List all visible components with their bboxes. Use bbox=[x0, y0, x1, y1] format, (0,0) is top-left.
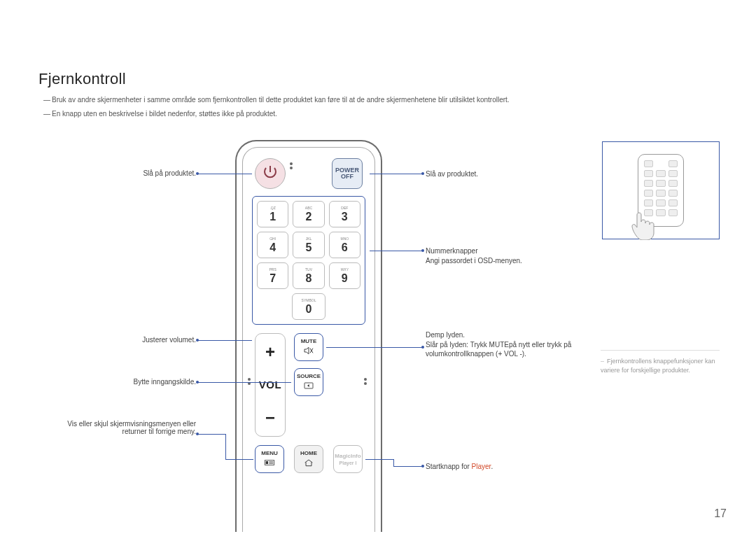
connector bbox=[370, 174, 423, 174]
connector-tick bbox=[421, 172, 424, 175]
power-on-button bbox=[255, 158, 286, 189]
volume-up-icon: + bbox=[265, 342, 275, 362]
svg-rect-2 bbox=[266, 461, 268, 464]
callout-source: Bytte inngangskilde. bbox=[70, 378, 196, 386]
callout-volume: Justerer volumet. bbox=[70, 336, 196, 344]
sidenote: –Fjernkontrollens knappefunksjoner kan v… bbox=[601, 357, 720, 374]
source-button: SOURCE bbox=[294, 368, 323, 396]
connector bbox=[393, 466, 423, 467]
key-9: WXY9 bbox=[329, 262, 360, 289]
callout-mute-2: Slår på lyden: Trykk MUTEpå nytt eller t… bbox=[426, 341, 571, 358]
page-number: 17 bbox=[714, 507, 727, 520]
mute-label: MUTE bbox=[301, 338, 317, 344]
home-button: HOME bbox=[294, 445, 323, 473]
dot-decoration bbox=[290, 161, 295, 172]
connector-tick bbox=[421, 346, 424, 349]
connector-tick bbox=[421, 249, 424, 252]
callout-power-on: Slå på produktet. bbox=[70, 169, 196, 177]
mute-icon bbox=[303, 346, 314, 357]
key-0: SYMBOL0 bbox=[292, 293, 326, 320]
callout-mute: Demp lyden. Slår på lyden: Trykk MUTEpå … bbox=[426, 330, 587, 359]
callout-player-red: Player bbox=[472, 463, 491, 470]
note-1: ―Bruk av andre skjermenheter i samme omr… bbox=[43, 95, 673, 104]
key-3: DEF3 bbox=[329, 201, 360, 227]
menu-button: MENU bbox=[255, 445, 284, 473]
connector-tick bbox=[196, 381, 199, 384]
remote-control-figure: POWER OFF .QZ1 ABC2 DEF3 GHI4 JKL5 MNO6 … bbox=[235, 140, 382, 532]
volume-label: VOL bbox=[259, 379, 281, 391]
sidenote-divider bbox=[601, 350, 720, 351]
connector bbox=[326, 347, 423, 348]
home-label: HOME bbox=[300, 450, 317, 456]
connector-tick bbox=[196, 172, 199, 175]
key-5: JKL5 bbox=[293, 232, 324, 258]
key-6: MNO6 bbox=[329, 232, 360, 258]
connector-tick bbox=[421, 465, 424, 468]
key-1: .QZ1 bbox=[257, 201, 288, 227]
callout-player: Startknapp for Player. bbox=[426, 462, 493, 472]
connector bbox=[197, 434, 225, 435]
magicinfo-label-2: Player I bbox=[340, 461, 357, 465]
connector bbox=[197, 340, 252, 341]
home-icon bbox=[303, 458, 314, 469]
note-2: ―En knapp uten en beskrivelse i bildet n… bbox=[43, 109, 673, 118]
sidenote-text: Fjernkontrollens knappefunksjoner kan va… bbox=[601, 358, 715, 374]
callout-numpad-1: Nummerknapper bbox=[426, 247, 477, 255]
callout-menu: Vis eller skjul skjermvisningsmenyen ell… bbox=[42, 420, 196, 435]
callout-player-pre: Startknapp for bbox=[426, 463, 472, 470]
note-2-text: En knapp uten en beskrivelse i bildet ne… bbox=[52, 110, 277, 118]
connector-tick bbox=[196, 339, 199, 342]
key-2: ABC2 bbox=[293, 201, 324, 227]
mute-button: MUTE bbox=[294, 333, 323, 361]
connector bbox=[365, 459, 393, 460]
source-icon bbox=[303, 381, 314, 392]
hand-icon bbox=[629, 208, 662, 240]
note-1-text: Bruk av andre skjermenheter i samme områ… bbox=[52, 96, 510, 104]
power-off-label-2: OFF bbox=[341, 174, 354, 180]
connector bbox=[225, 459, 253, 460]
connector bbox=[370, 251, 423, 251]
power-icon bbox=[262, 164, 279, 183]
callout-player-post: . bbox=[491, 463, 493, 470]
menu-icon bbox=[264, 458, 275, 469]
dot-decoration-right bbox=[364, 377, 370, 388]
connector bbox=[225, 434, 226, 459]
volume-down-icon: − bbox=[265, 408, 275, 428]
key-4: GHI4 bbox=[257, 232, 288, 258]
number-pad: .QZ1 ABC2 DEF3 GHI4 JKL5 MNO6 PRS7 TUV8 … bbox=[252, 196, 365, 325]
connector bbox=[393, 459, 394, 466]
connector bbox=[197, 174, 252, 174]
callout-power-off: Slå av produktet. bbox=[426, 169, 478, 179]
source-label: SOURCE bbox=[297, 373, 321, 379]
volume-rocker: + VOL − bbox=[255, 333, 286, 437]
callout-numpad-2: Angi passordet i OSD-menyen. bbox=[426, 257, 522, 265]
key-7: PRS7 bbox=[257, 262, 288, 289]
menu-label: MENU bbox=[261, 450, 278, 456]
connector-tick bbox=[196, 433, 199, 435]
key-8: TUV8 bbox=[293, 262, 324, 289]
magicinfo-button: MagicInfo Player I bbox=[333, 445, 363, 473]
page-title: Fjernkontroll bbox=[38, 70, 126, 88]
connector bbox=[197, 382, 291, 383]
remote-thumbnail bbox=[602, 141, 720, 239]
callout-mute-1: Demp lyden. bbox=[426, 331, 465, 339]
magicinfo-label-1: MagicInfo bbox=[335, 453, 360, 459]
callout-numpad: Nummerknapper Angi passordet i OSD-menye… bbox=[426, 246, 522, 265]
power-off-button: POWER OFF bbox=[332, 158, 363, 189]
